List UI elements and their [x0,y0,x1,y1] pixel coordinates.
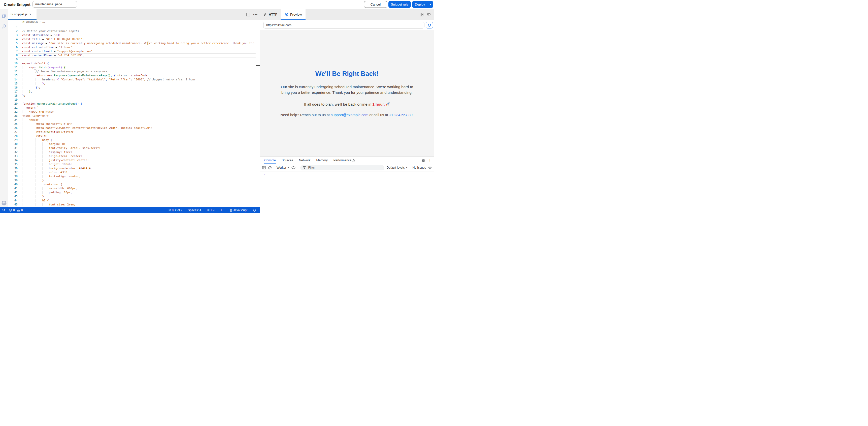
code-line[interactable]: 13 return new Response(generateMaintenan… [8,74,256,78]
code-line[interactable]: 10export default { [8,61,256,65]
code-line[interactable]: 42 padding: 20px; [8,191,256,195]
code-line[interactable]: 34 justify-content: center; [8,158,256,162]
code-line[interactable]: 41 max-width: 600px; [8,187,256,191]
deploy-dropdown-caret[interactable]: ▼ [428,1,433,8]
code-line[interactable]: 18}; [8,94,256,98]
devtools-tab-memory[interactable]: Memory [316,157,328,164]
tab-snippet-js[interactable]: JS snippet.js × [8,9,36,20]
clear-console-icon[interactable] [268,166,272,170]
code-line[interactable]: 12 // Serve the maintenance page as a re… [8,69,256,74]
code-line[interactable]: 14 headers: { "Content-Type": "text/html… [8,78,256,82]
phone-link[interactable]: +1 234 567 89 [389,113,412,117]
code-line[interactable]: 19 [8,98,256,102]
problems-indicator[interactable]: 0 0 [9,208,23,212]
tab-preview[interactable]: Preview [281,9,306,20]
code-line[interactable]: 43 } [8,195,256,199]
code-line[interactable]: 8const contactPhone = "+1 234 567 89"; [8,53,256,57]
snippet-name-input[interactable] [32,1,77,7]
settings-gear-icon[interactable] [1,200,7,206]
tab-http[interactable]: HTTP [263,9,277,20]
encoding-setting[interactable]: UTF-8 [207,208,215,212]
language-mode[interactable]: {} JavaScript [230,208,247,212]
console-prompt[interactable]: › [260,171,434,177]
editor-scrollbar[interactable] [256,24,260,207]
breadcrumb[interactable]: JS snippet.js › … [8,20,256,24]
breadcrumb-file[interactable]: snippet.js [26,20,38,23]
more-actions-icon[interactable]: ••• [253,12,258,17]
code-line[interactable]: 26 <meta name="viewport" content="width=… [8,126,256,130]
line-number: 45 [8,203,18,207]
code-line[interactable]: 21 return ` [8,106,256,110]
code-line[interactable]: 25 <meta charset="UTF-8"> [8,122,256,126]
code-line[interactable]: 24 <head> [8,118,256,122]
code-line[interactable]: 44 h1 { [8,199,256,203]
devtools-tab-console[interactable]: Console [264,157,276,164]
code-line[interactable]: 38 text-align: center; [8,174,256,178]
eol-setting[interactable]: LF [221,208,224,212]
code-line[interactable]: 27 <title>${title}</title> [8,130,256,134]
code-line[interactable]: 36 background-color: #f4f4f4; [8,166,256,170]
docs-book-icon[interactable] [420,12,424,17]
code-line[interactable]: 20function generateMaintenancePage() { [8,102,256,106]
remote-indicator-icon[interactable] [2,208,5,212]
code-editor[interactable]: 12// Define your customizable inputs3con… [8,24,256,207]
code-line[interactable]: 16 }); [8,86,256,90]
live-expression-eye-icon[interactable] [291,166,296,169]
line-number: 4 [8,37,18,41]
issues-counter[interactable]: No Issues [412,166,426,169]
devtools-menu-kebab-icon[interactable]: ⋮ [428,159,432,162]
url-input[interactable] [263,22,425,28]
snippet-rule-button[interactable]: Snippet rule [389,1,411,8]
code-line[interactable]: 7const contactEmail = "support@example.c… [8,49,256,53]
context-selector[interactable]: Worker▼ [277,166,289,169]
code-line[interactable]: 15 }, [8,82,256,86]
filter-input[interactable] [308,166,382,170]
split-editor-icon[interactable] [246,13,250,17]
console-filter[interactable] [300,165,384,170]
code-line[interactable]: 29 body { [8,138,256,142]
code-line[interactable]: 33 align-items: center; [8,154,256,158]
console-sidebar-icon[interactable] [262,166,266,169]
code-line[interactable]: 30 margin: 0; [8,142,256,146]
deploy-button-label: Deploy [412,2,428,6]
deploy-button[interactable]: Deploy ▼ [412,1,433,8]
support-email-link[interactable]: support@example.com [331,113,368,117]
devtools-tab-performance[interactable]: Performance [334,157,355,164]
close-tab-icon[interactable]: × [29,12,31,16]
code-line[interactable]: 37 color: #333; [8,170,256,174]
code-line[interactable]: 31 font-family: Arial, sans-serif; [8,146,256,150]
code-line[interactable]: 1 [8,25,256,29]
line-number: 35 [8,162,18,166]
code-line[interactable]: 22 <!DOCTYPE html> [8,110,256,114]
code-line[interactable]: 6const estimatedTime = "1 hour"; [8,46,256,49]
search-icon[interactable] [1,24,7,29]
devtools-settings-gear-icon[interactable] [422,159,425,162]
code-line[interactable]: 4const title = "We'll Be Right Back!"; [8,37,256,41]
indentation-setting[interactable]: Spaces: 4 [188,208,201,212]
log-levels-selector[interactable]: Default levels▼ [386,166,408,169]
breadcrumb-more[interactable]: … [42,20,45,23]
devtools-tab-network[interactable]: Network [299,157,311,164]
refresh-button[interactable] [426,22,433,28]
console-settings-gear-icon[interactable] [428,166,432,169]
code-line[interactable]: 35 height: 100vh; [8,162,256,166]
notifications-bell-icon[interactable] [253,208,256,212]
code-line[interactable]: 45 font-size: 2rem; [8,203,256,207]
code-line[interactable]: 3const statusCode = 503; [8,33,256,37]
code-line[interactable]: 23<html lang="en"> [8,114,256,118]
code-line[interactable]: 9 [8,57,256,61]
cursor-position[interactable]: Ln 8, Col 2 [168,208,182,212]
line-number: 1 [8,25,18,29]
code-line[interactable]: 17 }, [8,90,256,94]
cancel-button[interactable]: Cancel [364,1,387,8]
code-line[interactable]: 39 } [8,178,256,182]
code-line[interactable]: 2// Define your customizable inputs [8,29,256,33]
files-icon[interactable] [1,13,7,19]
devtools-tab-sources[interactable]: Sources [282,157,293,164]
code-line[interactable]: 40 .container { [8,182,256,187]
code-line[interactable]: 32 display: flex; [8,150,256,154]
code-line[interactable]: 11 async fetch(request) {… [8,65,256,69]
discord-icon[interactable] [427,12,431,17]
code-line[interactable]: 5const message = "Our site is currently … [8,41,256,46]
code-line[interactable]: 28 <style> [8,134,256,138]
